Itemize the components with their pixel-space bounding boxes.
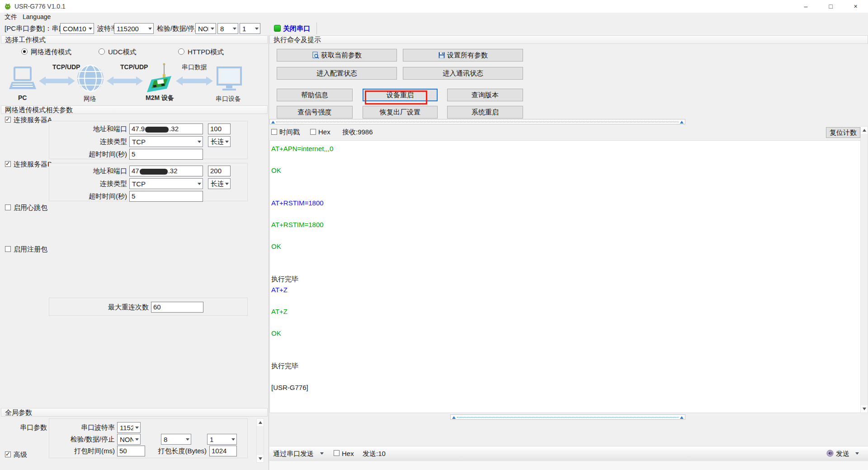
scroll-right-arrow-icon[interactable]	[680, 416, 684, 419]
advanced-checkbox[interactable]	[5, 451, 11, 457]
radio-net-transparent-mode[interactable]	[21, 48, 28, 55]
scroll-left-arrow-icon[interactable]	[271, 121, 275, 123]
chevron-down-icon[interactable]	[320, 452, 324, 455]
server-a-keepalive-select[interactable]: 长连接	[208, 136, 231, 147]
global-databits-select[interactable]: 8	[161, 434, 191, 445]
terminal-line	[271, 187, 860, 198]
chevron-down-icon[interactable]	[855, 452, 859, 455]
send-toolbar: 通过串口发送 Hex 发送:10 发送	[269, 446, 868, 461]
received-count: 接收:9986	[342, 128, 373, 137]
com-port-select[interactable]: COM10	[60, 23, 94, 34]
server-b-label: 连接服务器B	[14, 160, 52, 169]
terminal-line	[271, 350, 860, 361]
factory-reset-button[interactable]: 恢复出厂设置	[363, 106, 438, 119]
chevron-down-icon	[233, 28, 236, 30]
send-hex-label: Hex	[342, 450, 354, 457]
databits-select[interactable]: 8	[217, 23, 238, 34]
global-baud-select[interactable]: 115200	[117, 422, 141, 433]
net-params-header: 网络透传模式相关参数	[1, 105, 268, 114]
set-params-button[interactable]: 设置所有参数	[403, 49, 523, 62]
port-open-indicator-icon	[274, 25, 281, 32]
minimize-button[interactable]: –	[793, 0, 818, 13]
parity-select[interactable]: NONE	[195, 23, 216, 34]
node-label-network: 网络	[84, 95, 96, 103]
menu-file[interactable]: 文件	[5, 13, 17, 21]
scroll-left-arrow-icon[interactable]	[452, 416, 456, 419]
server-a-timeout-input[interactable]: 5	[129, 149, 203, 160]
enter-comm-button[interactable]: 进入通讯状态	[403, 67, 523, 80]
reset-count-button[interactable]: 复位计数	[826, 127, 860, 138]
global-parity-select[interactable]: NONE	[117, 434, 141, 445]
server-b-address-input[interactable]: 47.32	[129, 166, 203, 176]
server-b-type-label: 连接类型	[54, 180, 127, 188]
stopbits-select[interactable]: 1	[240, 23, 260, 34]
left-panel-scrollbar[interactable]	[256, 418, 264, 463]
query-signal-button[interactable]: 查信号强度	[277, 106, 353, 119]
server-b-checkbox[interactable]	[5, 161, 11, 167]
work-mode-header: 选择工作模式	[1, 35, 268, 44]
terminal-output[interactable]: AT+APN=internet,,,0 OK AT+RSTIM=1800 AT+…	[269, 140, 861, 413]
terminal-line: AT+RSTIM=1800	[271, 198, 860, 209]
terminal-line	[271, 252, 860, 263]
link-label-serial-data: 串口数据	[182, 63, 207, 71]
enter-config-button[interactable]: 进入配置状态	[277, 67, 397, 80]
terminal-line	[271, 339, 860, 350]
scroll-up-arrow-icon[interactable]	[861, 127, 868, 134]
global-stopbits-select[interactable]: 1	[207, 434, 237, 445]
server-b-keepalive-select[interactable]: 长连接	[208, 178, 231, 189]
packlen-input[interactable]: 1024	[209, 446, 237, 456]
chevron-down-icon	[231, 438, 235, 441]
send-input[interactable]	[269, 461, 868, 470]
server-b-port-input[interactable]: 200	[208, 166, 231, 176]
serial-toolbar: [PC串口参数]：串口号 COM10 波特率 115200 检验/数据/停止 N…	[0, 22, 868, 35]
send-button[interactable]: 发送	[836, 450, 849, 458]
scroll-down-arrow-icon[interactable]	[861, 405, 868, 413]
close-serial-button[interactable]: 关闭串口	[283, 24, 310, 33]
server-a-checkbox[interactable]	[5, 117, 11, 123]
menu-bar: 文件 Language	[0, 13, 868, 22]
system-reboot-button[interactable]: 系统重启	[447, 106, 523, 119]
baud-select[interactable]: 115200	[114, 23, 154, 34]
terminal-line: 执行完毕	[271, 274, 860, 285]
receive-hex-checkbox[interactable]	[310, 129, 316, 135]
radio-httpd-mode[interactable]	[178, 48, 184, 55]
radio-udc-mode[interactable]	[99, 48, 105, 55]
toolbar-divider	[316, 23, 317, 34]
server-b-type-select[interactable]: TCP	[129, 178, 203, 189]
query-version-button[interactable]: 查询版本	[447, 89, 523, 101]
heartbeat-checkbox[interactable]	[5, 204, 11, 210]
terminal-top-scrollbar[interactable]	[269, 119, 685, 124]
reboot-device-button[interactable]: 设备重启	[363, 89, 438, 101]
reconnect-label: 最大重连次数	[58, 303, 149, 312]
advanced-label: 高级	[14, 451, 27, 459]
server-a-port-input[interactable]: 100	[208, 123, 231, 134]
timestamp-checkbox[interactable]	[271, 129, 277, 135]
scroll-down-arrow-icon[interactable]	[257, 455, 264, 462]
server-a-type-select[interactable]: TCP	[129, 136, 203, 147]
pc-laptop-icon	[8, 66, 36, 93]
help-info-button[interactable]: 帮助信息	[277, 89, 353, 101]
register-packet-checkbox[interactable]	[5, 246, 11, 252]
terminal-line: [USR-G776]	[271, 382, 860, 393]
terminal-bottom-scrollbar[interactable]	[450, 414, 685, 420]
maximize-button[interactable]: □	[818, 0, 843, 13]
server-b-timeout-input[interactable]: 5	[129, 191, 203, 202]
send-mode-dropdown[interactable]: 通过串口发送	[273, 450, 314, 458]
scroll-right-arrow-icon[interactable]	[680, 121, 684, 123]
link-label-tcpudp-2: TCP/UDP	[120, 63, 148, 71]
server-a-address-input[interactable]: 47.9.32	[129, 123, 203, 134]
terminal-line	[271, 295, 860, 306]
close-button[interactable]: ×	[843, 0, 868, 13]
terminal-line: AT+Z	[271, 306, 860, 317]
chevron-down-icon	[225, 183, 229, 185]
terminal-vscrollbar[interactable]	[860, 126, 868, 413]
menu-language[interactable]: Language	[23, 13, 51, 20]
scroll-up-arrow-icon[interactable]	[257, 419, 264, 426]
redaction-mark	[145, 127, 169, 133]
send-hex-checkbox[interactable]	[334, 450, 340, 456]
chevron-down-icon	[135, 427, 139, 429]
get-params-button[interactable]: 获取当前参数	[277, 49, 397, 62]
arrow-network-m2m-icon	[107, 76, 143, 86]
reconnect-input[interactable]: 60	[151, 302, 203, 313]
chevron-down-icon	[148, 28, 152, 30]
